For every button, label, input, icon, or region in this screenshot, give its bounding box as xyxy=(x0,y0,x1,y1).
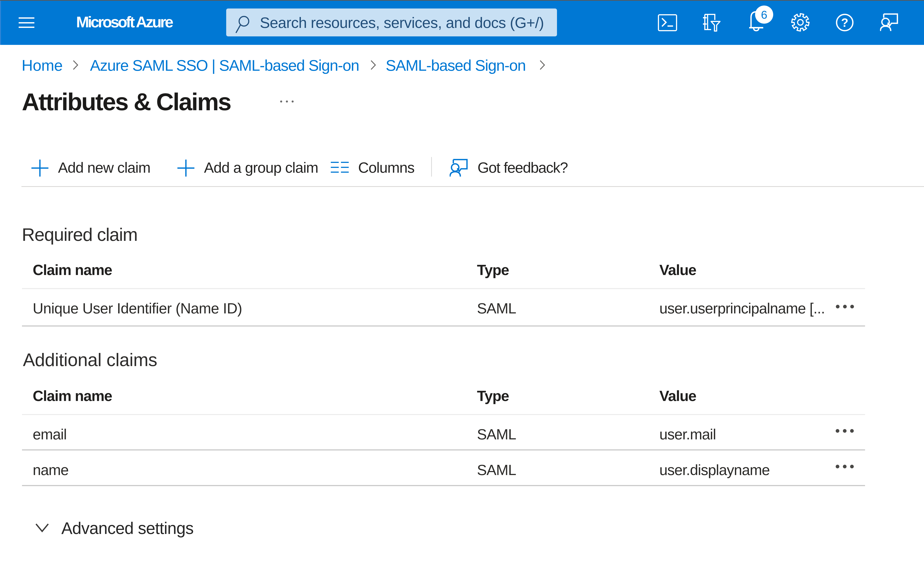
svg-text:?: ? xyxy=(841,16,848,30)
svg-text:6: 6 xyxy=(761,8,767,21)
